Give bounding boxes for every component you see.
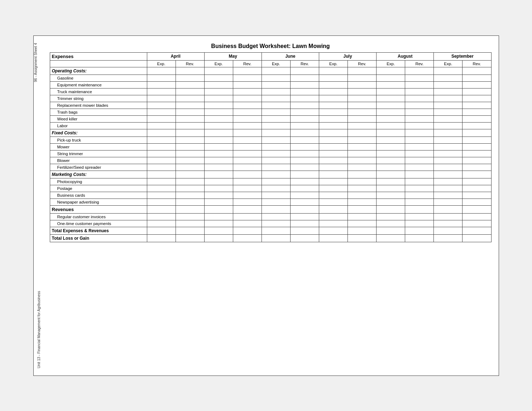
sub-expenses-label — [50, 60, 147, 67]
august-exp-label: Exp. — [377, 60, 405, 67]
may-exp-label: Exp. — [204, 60, 233, 67]
equipment-maintenance-label: Equipment maintenance — [50, 81, 147, 88]
table-row: Pick-up truck — [50, 137, 491, 143]
budget-table: Expenses April May June July August Sept… — [50, 52, 492, 242]
revenues-header-row: Revenues — [50, 205, 491, 213]
table-row: Blower — [50, 157, 491, 164]
table-row: Photocopying — [50, 178, 491, 185]
july-exp-label: Exp. — [319, 60, 348, 67]
may-header: May — [204, 52, 262, 60]
marketing-costs-header-row: Marketing Costs: — [50, 171, 491, 178]
trash-bags-label: Trash bags — [50, 109, 147, 115]
table-row: Newspaper advertising — [50, 199, 491, 205]
june-exp-label: Exp. — [262, 60, 290, 67]
weed-killer-label: Weed killer — [50, 115, 147, 122]
string-trimmer-label: String trimmer — [50, 150, 147, 157]
september-rev-label: Rev. — [462, 60, 491, 67]
total-expenses-revenues-row: Total Expenses & Revenues — [50, 227, 491, 234]
onetime-payments-label: One-time customer payments — [50, 220, 147, 227]
july-header: July — [319, 52, 377, 60]
fixed-costs-label: Fixed Costs: — [50, 129, 147, 137]
total-expenses-revenues-label: Total Expenses & Revenues — [50, 227, 147, 234]
july-rev-label: Rev. — [348, 60, 377, 67]
page-title: Business Budget Worksheet: Lawn Mowing — [50, 43, 492, 49]
trimmer-string-label: Trimmer string — [50, 95, 147, 102]
august-header: August — [377, 52, 434, 60]
top-side-label: 96 - Assignment Sheet 4 — [34, 43, 38, 82]
main-content: Business Budget Worksheet: Lawn Mowing E… — [50, 43, 492, 242]
total-loss-gain-label: Total Loss or Gain — [50, 234, 147, 242]
september-header: September — [434, 52, 491, 60]
may-rev-label: Rev. — [233, 60, 262, 67]
table-row: String trimmer — [50, 150, 491, 157]
labor-label: Labor — [50, 122, 147, 129]
operating-costs-label: Operating Costs: — [50, 67, 147, 75]
marketing-costs-label: Marketing Costs: — [50, 171, 147, 178]
table-row: Replacement mower blades — [50, 102, 491, 109]
bottom-side-label: Unit 13 - Financial Management for Agrib… — [37, 291, 41, 368]
table-row: Trash bags — [50, 109, 491, 115]
september-exp-label: Exp. — [434, 60, 462, 67]
operating-costs-header-row: Operating Costs: — [50, 67, 491, 75]
fixed-costs-header-row: Fixed Costs: — [50, 129, 491, 137]
blower-label: Blower — [50, 157, 147, 164]
business-cards-label: Business cards — [50, 192, 147, 199]
table-row: Labor — [50, 122, 491, 129]
table-row: Mower — [50, 143, 491, 150]
table-row: Business cards — [50, 192, 491, 199]
table-row: Trimmer string — [50, 95, 491, 102]
total-loss-gain-row: Total Loss or Gain — [50, 234, 491, 242]
august-rev-label: Rev. — [405, 60, 434, 67]
table-row: Postage — [50, 185, 491, 192]
table-row: Truck maintenance — [50, 88, 491, 95]
april-header: April — [147, 52, 204, 60]
table-row: Gasoline — [50, 75, 491, 81]
expenses-header: Expenses — [50, 52, 147, 60]
replacement-blades-label: Replacement mower blades — [50, 102, 147, 109]
regular-invoices-label: Regular customer invoices — [50, 213, 147, 220]
april-rev-label: Rev. — [176, 60, 204, 67]
table-row: Equipment maintenance — [50, 81, 491, 88]
newspaper-advertising-label: Newspaper advertising — [50, 199, 147, 205]
table-row: Weed killer — [50, 115, 491, 122]
truck-maintenance-label: Truck maintenance — [50, 88, 147, 95]
mower-label: Mower — [50, 143, 147, 150]
postage-label: Postage — [50, 185, 147, 192]
fertilizer-label: Fertilizer/Seed spreader — [50, 164, 147, 171]
june-header: June — [262, 52, 319, 60]
side-labels: 96 - Assignment Sheet 4 Unit 13 - Financ… — [34, 36, 41, 376]
april-exp-label: Exp. — [147, 60, 176, 67]
page-container: 96 - Assignment Sheet 4 Unit 13 - Financ… — [33, 35, 499, 376]
table-row: One-time customer payments — [50, 220, 491, 227]
table-row: Regular customer invoices — [50, 213, 491, 220]
gasoline-label: Gasoline — [50, 75, 147, 81]
table-row: Fertilizer/Seed spreader — [50, 164, 491, 171]
photocopying-label: Photocopying — [50, 178, 147, 185]
pickup-truck-label: Pick-up truck — [50, 137, 147, 143]
revenues-label: Revenues — [50, 205, 147, 213]
june-rev-label: Rev. — [290, 60, 319, 67]
